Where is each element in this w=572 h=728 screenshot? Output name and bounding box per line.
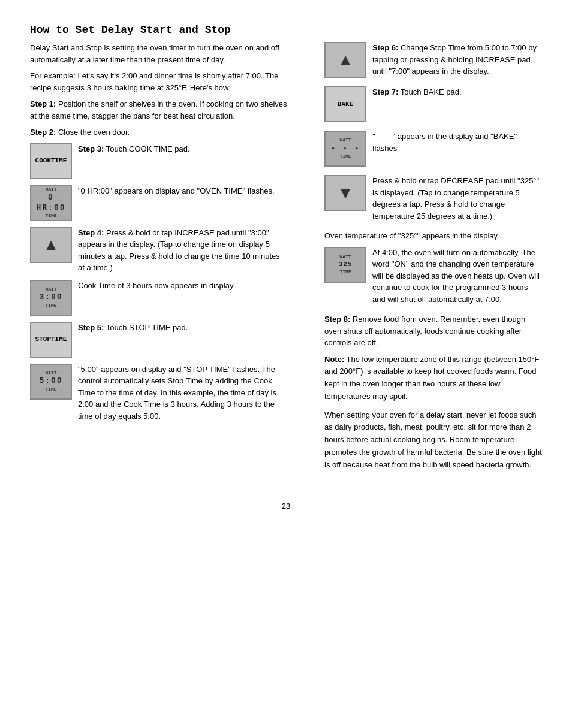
page-number: 23 <box>30 502 542 510</box>
step3-block: COOKTIME Step 3: Touch COOK TIME pad. <box>30 143 288 179</box>
left-column: Delay Start and Stop is setting the oven… <box>30 42 288 478</box>
step2-label: Step 2: <box>30 128 56 137</box>
display3-caption: "5:00" appears on display and "STOP TIME… <box>78 364 288 422</box>
step1-label: Step 1: <box>30 99 56 108</box>
display3-block: WAIT 5:00 TIME "5:00" appears on display… <box>30 364 288 422</box>
display1-image: WAIT 0 HR:00 TIME <box>30 185 72 221</box>
step3-text: Step 3: Touch COOK TIME pad. <box>78 143 288 155</box>
oven-temp-caption: Oven temperature of "325°" appears in th… <box>324 230 542 242</box>
display2-image: WAIT 3:00 TIME <box>30 280 72 316</box>
stop-time-button[interactable]: STOPTIME <box>30 322 72 358</box>
step7-text: Step 7: Touch BAKE pad. <box>372 86 542 98</box>
bake-button[interactable]: BAKE <box>324 86 366 122</box>
display2-block: WAIT 3:00 TIME Cook Time of 3 hours now … <box>30 280 288 316</box>
display1-caption: "0 HR:00" appears on display and "OVEN T… <box>78 185 288 197</box>
decrease-text: Press & hold or tap DECREASE pad until "… <box>372 175 542 222</box>
right-column: ▲ Step 6: Change Stop Time from 5:00 to … <box>324 42 542 478</box>
cook-time-button[interactable]: COOKTIME <box>30 143 72 179</box>
intro-p2: For example: Let's say it's 2:00 and din… <box>30 70 288 93</box>
decrease-block: ▼ Press & hold or tap DECREASE pad until… <box>324 175 542 222</box>
at400-text: At 4:00, the oven will turn on automatic… <box>372 247 542 306</box>
note-text: Note: The low temperature zone of this r… <box>324 354 542 403</box>
decrease-button[interactable]: ▼ <box>324 175 366 211</box>
display2-caption: Cook Time of 3 hours now appears in disp… <box>78 280 288 292</box>
step2-text: Step 2: Close the oven door. <box>30 126 288 138</box>
display4-block: WAIT - - - TIME "– – –" appears in the d… <box>324 131 542 167</box>
step5-block: STOPTIME Step 5: Touch STOP TIME pad. <box>30 322 288 358</box>
step7-block: BAKE Step 7: Touch BAKE pad. <box>324 86 542 122</box>
display4-caption: "– – –" appears in the display and "BAKE… <box>372 131 542 154</box>
step8-text: Step 8: Remove food from oven. Remember,… <box>324 313 542 349</box>
step6-text: Step 6: Change Stop Time from 5:00 to 7:… <box>372 42 542 77</box>
step2-body: Close the oven door. <box>58 128 130 137</box>
step1-text: Step 1: Position the shelf or shelves in… <box>30 98 288 122</box>
increase-button-right[interactable]: ▲ <box>324 42 366 78</box>
step5-text: Step 5: Touch STOP TIME pad. <box>78 322 288 334</box>
step4-block: ▲ Step 4: Press & hold or tap INCREASE p… <box>30 227 288 274</box>
display3-image: WAIT 5:00 TIME <box>30 364 72 400</box>
step4-text: Step 4: Press & hold or tap INCREASE pad… <box>78 227 288 274</box>
step1-body: Position the shelf or shelves in the ove… <box>30 99 287 120</box>
increase-button[interactable]: ▲ <box>30 227 72 263</box>
display5-block: WAIT 325 TIME At 4:00, the oven will tur… <box>324 247 542 306</box>
display5-image: WAIT 325 TIME <box>324 247 366 283</box>
display1-block: WAIT 0 HR:00 TIME "0 HR:00" appears on d… <box>30 185 288 221</box>
warning-text: When setting your oven for a delay start… <box>324 409 542 472</box>
intro-p1: Delay Start and Stop is setting the oven… <box>30 42 288 65</box>
display4-image: WAIT - - - TIME <box>324 131 366 167</box>
step6-block: ▲ Step 6: Change Stop Time from 5:00 to … <box>324 42 542 78</box>
page-title: How to Set Delay Start and Stop <box>30 24 542 36</box>
column-divider <box>306 42 306 478</box>
